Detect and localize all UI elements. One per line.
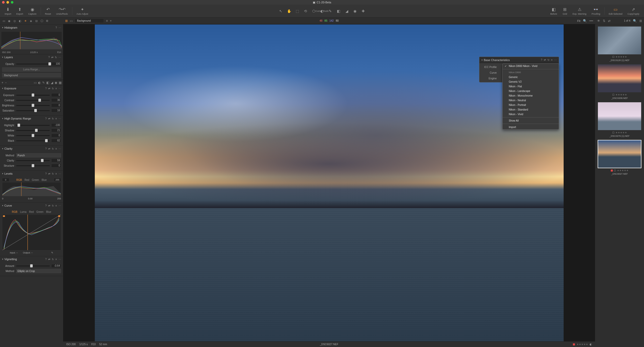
auto-adjust-button[interactable]: ✦Auto Adjust — [74, 6, 91, 16]
dropdown-item[interactable]: Nikon - Standard — [503, 107, 559, 112]
channel-rgb[interactable]: RGB — [12, 210, 18, 213]
browser-tag-icon[interactable]: ⇄ — [608, 19, 611, 23]
remove-layer-icon[interactable]: − — [5, 81, 7, 84]
hdr-white-slider[interactable] — [16, 135, 50, 136]
color-tag[interactable] — [573, 343, 575, 345]
edit-selected-button[interactable]: ▭Edit Selected — [606, 6, 625, 16]
vignetting-amount-slider[interactable] — [16, 266, 50, 266]
capture-tab[interactable]: ◉ — [7, 19, 12, 23]
fill-mask-icon[interactable]: ▦ — [59, 81, 62, 84]
levels-high-input[interactable] — [54, 178, 61, 182]
metadata-tab[interactable]: ⓘ — [39, 19, 44, 23]
grid-button[interactable]: ⊞Grid — [560, 6, 570, 16]
zoom-slider[interactable]: ━━ — [589, 19, 593, 23]
channel-red[interactable]: Red — [24, 179, 29, 181]
histogram-header[interactable]: ▾Histogram?⋯ — [0, 25, 63, 30]
vignetting-header[interactable]: ▾Vignetting?⇄↻≡⋯ — [0, 256, 63, 262]
browser-filter-icon[interactable]: 👁 — [597, 19, 600, 23]
invert-icon[interactable]: ◐ — [38, 81, 41, 84]
brush-mask-icon[interactable]: ✎ — [42, 81, 45, 84]
clarity-method-select[interactable]: Punch — [16, 153, 61, 157]
proofing-button[interactable]: 👓Proofing — [589, 6, 603, 16]
dropdown-selected[interactable]: Nikon D800 Nikon - Vivid — [503, 64, 559, 68]
channel-red[interactable]: Red — [29, 210, 34, 213]
zoom-fit[interactable]: Fit — [577, 19, 580, 22]
browser-menu-icon[interactable]: ⊞ — [639, 19, 642, 23]
hdr-header[interactable]: ▾High Dynamic Range?⇄↻≡⋯ — [0, 116, 63, 121]
popup-header[interactable]: ▾Base Characteristics?⇄↻≡⋯ — [479, 57, 559, 63]
add-icon[interactable]: + — [110, 19, 112, 23]
background-layer[interactable]: Background — [2, 73, 61, 78]
curve-picker-icon[interactable]: ✎ — [51, 251, 53, 254]
thumbnail[interactable]: ☐★★★★★ _DSC0120 (1).NEF — [597, 26, 642, 62]
clarity-structure-slider[interactable] — [16, 165, 50, 166]
dropdown-item[interactable]: Nikon - Vivid — [503, 112, 559, 116]
exposure-header[interactable]: ▾Exposure?⇄↻≡⋯ — [0, 86, 63, 91]
dropdown-item[interactable]: Nikon - Landscape — [503, 89, 559, 93]
exposure-tab[interactable]: ☀ — [23, 19, 28, 23]
capture-button[interactable]: ◉Capture — [26, 6, 39, 16]
dropdown-showall[interactable]: Show All — [503, 118, 559, 123]
undo-redo-button[interactable]: ↷↶Undo/Redo — [54, 6, 71, 16]
layer-visibility-icon[interactable]: ≡ — [106, 19, 108, 23]
channel-blue[interactable]: Blue — [41, 179, 47, 181]
clarity-header[interactable]: ▾Clarity?⇄↻≡⋯ — [0, 146, 63, 151]
before-button[interactable]: ◧Before — [548, 6, 560, 16]
view-single-icon[interactable]: ▭ — [70, 19, 73, 23]
vignetting-method-select[interactable]: Elliptic on Crop — [16, 269, 61, 273]
channel-blue[interactable]: Blue — [46, 210, 51, 213]
zoom-icon[interactable]: 🔍 — [583, 19, 587, 23]
exposure-contrast-slider[interactable] — [16, 100, 50, 101]
levels-header[interactable]: ▾Levels?⇄↻≡⋯ — [0, 171, 63, 176]
opacity-slider[interactable] — [16, 64, 50, 64]
channel-green[interactable]: Green — [32, 179, 39, 181]
dropdown-item[interactable]: Generic V2 — [503, 79, 559, 84]
layer-selector[interactable]: Background — [75, 19, 104, 23]
levels-graph[interactable] — [2, 182, 61, 196]
minimize-window[interactable] — [6, 1, 9, 4]
layers-header[interactable]: ▾Layers?⇄↻⋯ — [0, 54, 63, 60]
close-window[interactable] — [2, 1, 5, 4]
mask-icon[interactable]: ▭ — [34, 81, 37, 84]
lens-tab[interactable]: ◎ — [12, 19, 17, 23]
clarity-clarity-slider[interactable] — [16, 160, 50, 161]
hdr-shadow-slider[interactable] — [16, 130, 50, 131]
dropdown-item[interactable]: Nikon - Flat — [503, 84, 559, 89]
reset-button[interactable]: ↶Reset — [43, 6, 54, 16]
exposure-brightness-slider[interactable] — [16, 105, 50, 106]
luma-range-button[interactable]: Luma Range... — [2, 67, 61, 72]
dropdown-import[interactable]: Import — [503, 125, 559, 129]
dropdown-item[interactable]: Nikon - Portrait — [503, 103, 559, 107]
levels-low-input[interactable] — [2, 178, 9, 182]
erase-mask-icon[interactable]: ◧ — [46, 81, 49, 84]
add-layer-icon[interactable]: + — [2, 81, 3, 84]
gradient-mask-icon[interactable]: ◢ — [51, 81, 53, 84]
channel-rgb[interactable]: RGB — [16, 179, 22, 181]
copy-apply-button[interactable]: ⇗Copy/Apply — [625, 6, 642, 16]
dropdown-item[interactable]: Nikon - Neutral — [503, 98, 559, 103]
radial-mask-icon[interactable]: ◉ — [55, 81, 57, 84]
menu-icon[interactable]: ⋯ — [58, 26, 61, 29]
help-icon[interactable]: ? — [55, 26, 57, 29]
curve-graph[interactable] — [2, 214, 61, 250]
output-tab[interactable]: ⚙ — [45, 19, 49, 23]
thumbnail[interactable]: ☐★★★★★ _DSC0276 (1).NEF — [597, 102, 642, 137]
curve-header[interactable]: ▾Curve?⇄↻≡⋯ — [0, 203, 63, 208]
channel-green[interactable]: Green — [36, 210, 44, 213]
exposure-exposure-slider[interactable] — [16, 95, 50, 96]
details-tab[interactable]: ◈ — [29, 19, 33, 23]
exposure-saturation-slider[interactable] — [16, 110, 50, 111]
dropdown-item[interactable]: Nikon - Monochrome — [503, 93, 559, 98]
dropdown-item[interactable]: Generic — [503, 75, 559, 79]
export-button[interactable]: ⬆Export — [14, 6, 26, 16]
import-button[interactable]: ⬇Import — [2, 6, 14, 16]
thumbnail[interactable]: ☐★★★★★ _DSC0208.NEF — [597, 64, 642, 99]
thumbnail[interactable]: ☐★★★★★ _DSC6027.NEF — [597, 140, 642, 175]
adjustments-tab[interactable]: ⊟ — [34, 19, 39, 23]
status-menu-icon[interactable]: ◐ — [590, 343, 592, 346]
hdr-highlight-slider[interactable] — [16, 125, 50, 126]
browser-sort-icon[interactable]: ⇅ — [603, 19, 605, 23]
view-mode-icon[interactable]: ⊞ — [65, 19, 68, 23]
color-tab[interactable]: ◐ — [18, 19, 22, 23]
maximize-window[interactable] — [11, 1, 13, 4]
